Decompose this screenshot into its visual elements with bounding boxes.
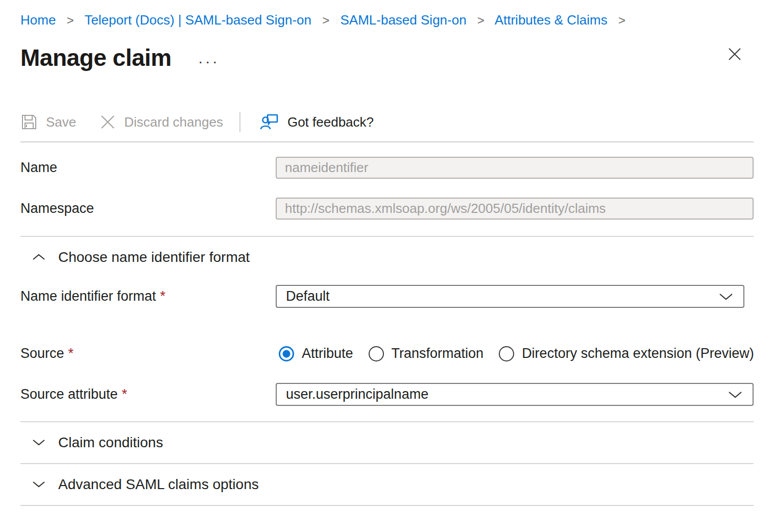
source-option-directory-schema-extension[interactable]: Directory schema extension (Preview) [499,346,754,361]
save-button[interactable]: Save [20,111,76,133]
namespace-input[interactable] [276,198,754,220]
breadcrumb-separator: > [618,13,625,27]
chevron-down-icon [32,479,46,490]
chevron-down-icon [32,438,46,448]
section-label: Claim conditions [58,434,163,451]
name-label: Name [20,160,276,176]
page-title: Manage claim [20,44,172,71]
breadcrumb-separator: > [322,13,329,27]
radio-button[interactable] [369,346,384,361]
chevron-down-icon [718,292,734,302]
got-feedback-label: Got feedback? [287,114,374,130]
source-attribute-dropdown[interactable]: user.userprincipalname [276,383,754,406]
manage-claim-panel: Home > Teleport (Docs) | SAML-based Sign… [0,0,774,506]
section-claim-conditions[interactable]: Claim conditions [20,422,754,463]
name-identifier-format-row: Name identifier format* Default [20,285,754,308]
chevron-down-icon [727,390,743,400]
radio-label: Attribute [302,346,353,361]
source-option-transformation[interactable]: Transformation [369,346,484,361]
more-menu-icon[interactable]: ··· [198,53,220,70]
close-button[interactable] [724,43,745,65]
source-radio-group: Attribute Transformation Directory schem… [276,346,754,361]
name-identifier-format-value: Default [286,288,330,304]
discard-changes-button[interactable]: Discard changes [100,112,223,132]
close-icon [727,46,742,62]
name-identifier-format-label: Name identifier format* [20,288,276,304]
radio-button[interactable] [279,346,294,361]
section-claim-conditions-wrap: Claim conditions [20,422,754,464]
toolbar-divider [239,112,240,132]
breadcrumb: Home > Teleport (Docs) | SAML-based Sign… [20,11,754,29]
section-advanced-saml-claims-options[interactable]: Advanced SAML claims options [20,464,754,505]
required-asterisk: * [68,346,74,361]
source-label: Source* [20,346,276,361]
section-advanced-saml-options-wrap: Advanced SAML claims options [20,464,754,506]
breadcrumb-link-saml-signon[interactable]: SAML-based Sign-on [340,12,466,28]
breadcrumb-link-app[interactable]: Teleport (Docs) | SAML-based Sign-on [84,12,311,28]
name-identifier-format-dropdown[interactable]: Default [276,285,744,308]
chevron-up-icon [32,252,46,262]
feedback-icon [259,112,279,132]
command-bar: Save Discard changes Got feedback? [20,110,754,134]
source-attribute-label: Source attribute* [20,386,276,402]
namespace-label: Namespace [20,201,276,216]
discard-changes-label: Discard changes [124,114,223,130]
name-input[interactable] [276,157,754,179]
required-asterisk: * [122,386,128,402]
source-attribute-value: user.userprincipalname [286,386,428,402]
section-choose-name-identifier-format[interactable]: Choose name identifier format [20,237,754,278]
breadcrumb-link-attributes-claims[interactable]: Attributes & Claims [495,12,608,28]
source-attribute-row: Source attribute* user.userprincipalname [20,383,754,406]
radio-label: Directory schema extension (Preview) [522,346,754,361]
breadcrumb-link-home[interactable]: Home [20,12,56,28]
title-row: Manage claim ··· [20,41,754,74]
got-feedback-button[interactable]: Got feedback? [259,110,374,134]
breadcrumb-separator: > [477,13,485,27]
breadcrumb-separator: > [67,13,74,27]
source-option-attribute[interactable]: Attribute [279,346,353,361]
section-label: Choose name identifier format [58,249,250,265]
name-field-row: Name [20,157,754,179]
save-icon [20,113,38,131]
namespace-field-row: Namespace [20,198,754,220]
radio-button[interactable] [499,346,514,361]
toolbar-rule [20,141,754,142]
discard-icon [100,114,116,130]
source-row: Source* Attribute Transformation Directo… [20,346,754,361]
section-label: Advanced SAML claims options [58,476,259,493]
radio-label: Transformation [392,346,484,361]
required-asterisk: * [160,288,166,304]
save-label: Save [46,114,76,130]
